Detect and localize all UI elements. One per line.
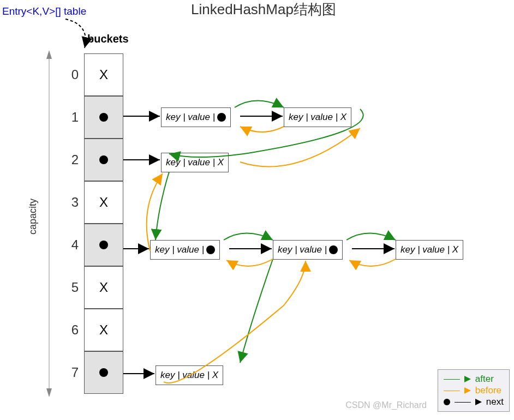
entry-node-4c: key | value | X xyxy=(396,240,463,260)
bucket-3: 3X xyxy=(84,181,123,224)
entry-node-4b: key | value | xyxy=(273,240,343,260)
bucket-1: 1 xyxy=(84,96,123,139)
pointer-dot xyxy=(99,113,108,122)
bucket-column: 0X 1 2 3X 4 5X 6X 7 xyxy=(84,53,123,394)
bucket-2: 2 xyxy=(84,139,123,181)
bucket-6: 6X xyxy=(84,309,123,351)
legend: after before next xyxy=(438,369,510,412)
capacity-label: capacity xyxy=(27,199,39,235)
diagram-title: LinkedHashMap结构图 xyxy=(191,0,336,19)
buckets-label: buckets xyxy=(87,33,129,45)
watermark: CSDN @Mr_Richard xyxy=(345,400,427,410)
entry-node-2a: key | value | X xyxy=(161,153,229,172)
pointer-dot xyxy=(99,368,108,377)
table-array-label: Entry<K,V>[] table xyxy=(2,5,86,17)
pointer-dot xyxy=(99,155,108,164)
legend-after: after xyxy=(444,374,504,385)
bucket-7: 7 xyxy=(84,351,123,394)
arrows-overlay xyxy=(0,0,514,420)
diagram-canvas: LinkedHashMap结构图 Entry<K,V>[] table buck… xyxy=(0,0,514,420)
entry-node-1b: key | value | X xyxy=(284,107,351,127)
pointer-dot xyxy=(99,241,108,249)
entry-node-7a: key | value | X xyxy=(156,365,223,385)
bucket-0: 0X xyxy=(84,53,123,96)
entry-node-4a: key | value | xyxy=(150,240,220,260)
bucket-5: 5X xyxy=(84,266,123,309)
legend-before: before xyxy=(444,385,504,396)
entry-node-1a: key | value | xyxy=(161,107,231,127)
legend-next: next xyxy=(444,397,504,407)
bucket-4: 4 xyxy=(84,224,123,266)
